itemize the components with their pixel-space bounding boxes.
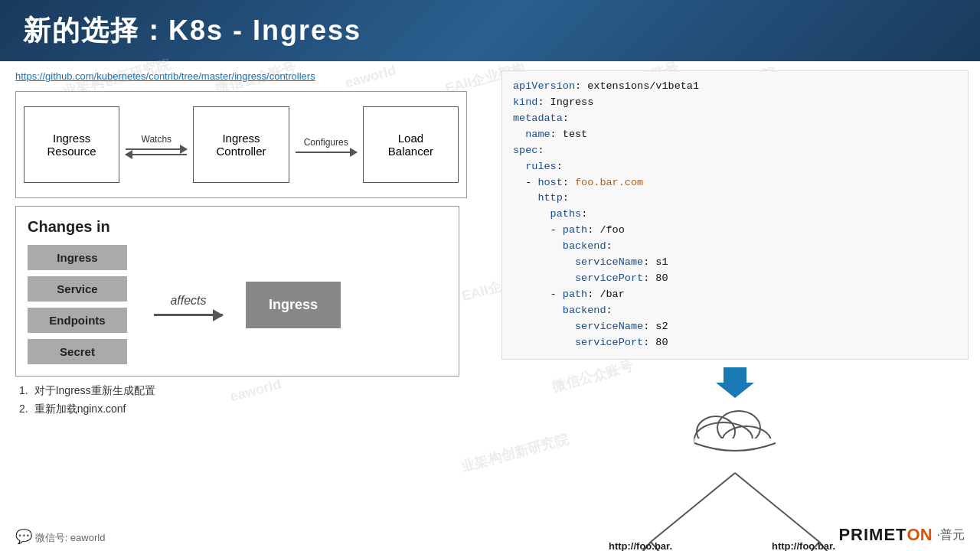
ingress-resource-box: IngressResource [24,106,119,183]
ingress-resource-label: IngressResource [47,132,96,158]
affects-label: affects [170,294,206,308]
github-link[interactable]: https://github.com/kubernetes/contrib/tr… [15,70,475,82]
changes-items: Ingress Service Endpoints Secret [28,245,127,364]
change-item-endpoints: Endpoints [28,308,127,333]
ingress-target-box: Ingress [246,282,341,328]
note-1: 1. 对于Ingress重新生成配置 [19,384,471,398]
change-item-secret: Secret [28,339,127,364]
logo-prime: PRIMET [838,525,906,545]
svg-text:http://foo.bar.: http://foo.bar. [772,540,835,551]
load-balancer-box: LoadBalancer [363,106,459,183]
affects-arrow: affects [154,294,223,316]
wechat-footer: 💬 微信号: eaworld [15,528,105,545]
change-item-ingress: Ingress [28,245,127,270]
svg-text:http://foo.bar.: http://foo.bar. [609,540,672,551]
primeton-logo: PRIMETON [838,525,932,545]
changes-content: Ingress Service Endpoints Secret affects [28,245,447,364]
wechat-icon: 💬 [15,529,32,544]
right-panel: apiVersion: extensions/v1beta1 kind: Ing… [490,61,980,551]
logo-suffix: ·普元 [937,527,965,543]
svg-line-9 [735,473,819,542]
ingress-controller-label: IngressController [216,132,266,158]
svg-marker-0 [716,367,754,398]
changes-box: Changes in Ingress Service Endpoints Sec… [15,206,459,377]
watches-label: Watchs [142,134,172,145]
routing-diagram: http://foo.bar. com/foo http://foo.bar. … [501,367,969,551]
ingress-controller-box: IngressController [193,106,289,183]
changes-title: Changes in [28,218,447,236]
watches-arrow: Watchs [119,134,193,155]
configures-arrow: Configures [289,137,363,153]
header: 新的选择：K8s - Ingress [0,0,980,61]
yaml-block: apiVersion: extensions/v1beta1 kind: Ing… [501,70,969,360]
footer-logo: PRIMETON ·普元 [838,525,965,545]
main-content: https://github.com/kubernetes/contrib/tr… [0,61,980,551]
down-arrow [716,367,754,401]
cloud-icon [685,405,785,461]
architecture-diagram: IngressResource Watchs [15,91,467,198]
wechat-label: 微信号: eaworld [35,532,106,543]
svg-rect-5 [694,439,776,458]
configures-label: Configures [304,137,348,148]
change-item-service: Service [28,276,127,302]
page-title: 新的选择：K8s - Ingress [23,12,361,50]
svg-line-8 [651,473,735,542]
notes: 1. 对于Ingress重新生成配置 2. 重新加载nginx.conf [15,384,475,416]
logo-on: ON [907,525,933,545]
left-panel: https://github.com/kubernetes/contrib/tr… [0,61,490,551]
note-2: 2. 重新加载nginx.conf [19,403,471,416]
load-balancer-label: LoadBalancer [388,132,433,158]
ingress-target-label: Ingress [269,297,318,312]
